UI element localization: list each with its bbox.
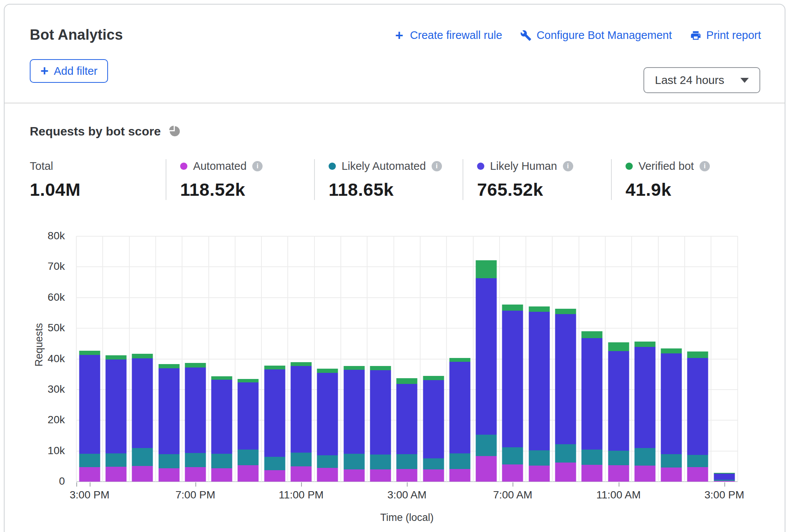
bar-segment-verified-bot[interactable] xyxy=(370,366,391,370)
bar-segment-likely-human[interactable] xyxy=(397,384,418,454)
bar-segment-verified-bot[interactable] xyxy=(343,366,364,370)
bar-segment-likely-automated[interactable] xyxy=(476,435,497,456)
bar-segment-likely-human[interactable] xyxy=(634,347,655,448)
bar-segment-automated[interactable] xyxy=(79,467,100,482)
bar-segment-likely-human[interactable] xyxy=(211,380,232,454)
bar-segment-likely-automated[interactable] xyxy=(264,457,285,470)
bar-segment-likely-human[interactable] xyxy=(158,368,179,454)
bar-segment-likely-automated[interactable] xyxy=(423,458,444,469)
bar-segment-verified-bot[interactable] xyxy=(608,342,629,351)
bar-segment-verified-bot[interactable] xyxy=(449,358,470,362)
bar-segment-likely-automated[interactable] xyxy=(555,444,576,463)
bar-segment-likely-human[interactable] xyxy=(343,370,364,454)
bar-segment-verified-bot[interactable] xyxy=(238,379,259,382)
bar-segment-likely-automated[interactable] xyxy=(211,454,232,468)
bar-segment-automated[interactable] xyxy=(105,467,126,482)
info-icon[interactable]: i xyxy=(563,161,573,171)
bar-segment-automated[interactable] xyxy=(423,469,444,482)
bar-segment-likely-automated[interactable] xyxy=(317,455,338,468)
bar-segment-likely-human[interactable] xyxy=(317,373,338,455)
bar-segment-verified-bot[interactable] xyxy=(529,306,550,312)
bar-segment-likely-automated[interactable] xyxy=(661,454,682,468)
bar-segment-likely-automated[interactable] xyxy=(132,448,153,466)
bar-segment-automated[interactable] xyxy=(238,465,259,482)
bar-segment-verified-bot[interactable] xyxy=(211,376,232,380)
bar-segment-verified-bot[interactable] xyxy=(185,363,206,368)
bar-segment-verified-bot[interactable] xyxy=(264,366,285,369)
bar-segment-likely-human[interactable] xyxy=(185,368,206,453)
bar-segment-verified-bot[interactable] xyxy=(397,378,418,384)
action-link-configure-bot-management[interactable]: Configure Bot Management xyxy=(520,29,672,42)
bar-segment-verified-bot[interactable] xyxy=(555,309,576,314)
time-range-select[interactable]: Last 24 hours xyxy=(643,67,760,93)
bar-segment-likely-human[interactable] xyxy=(582,338,603,450)
bar-segment-likely-automated[interactable] xyxy=(370,455,391,469)
bar-segment-automated[interactable] xyxy=(476,456,497,482)
bar-segment-verified-bot[interactable] xyxy=(317,369,338,373)
bar-segment-automated[interactable] xyxy=(449,469,470,482)
bar-segment-likely-automated[interactable] xyxy=(582,450,603,465)
info-icon[interactable]: i xyxy=(432,161,442,171)
bar-segment-verified-bot[interactable] xyxy=(582,331,603,338)
bar-segment-likely-human[interactable] xyxy=(502,311,523,447)
bar-segment-likely-automated[interactable] xyxy=(529,450,550,466)
bar-segment-likely-human[interactable] xyxy=(529,312,550,450)
bar-segment-likely-human[interactable] xyxy=(687,358,708,455)
bar-segment-likely-human[interactable] xyxy=(476,278,497,435)
bar-segment-likely-automated[interactable] xyxy=(608,451,629,465)
bar-segment-likely-automated[interactable] xyxy=(343,454,364,469)
action-link-create-firewall-rule[interactable]: +Create firewall rule xyxy=(393,29,502,42)
bar-segment-automated[interactable] xyxy=(687,467,708,482)
bar-segment-verified-bot[interactable] xyxy=(661,348,682,353)
bar-segment-likely-automated[interactable] xyxy=(105,453,126,467)
bar-segment-automated[interactable] xyxy=(608,465,629,482)
bar-segment-verified-bot[interactable] xyxy=(132,354,153,358)
bar-segment-likely-automated[interactable] xyxy=(238,450,259,465)
bar-segment-automated[interactable] xyxy=(634,466,655,482)
bar-segment-likely-automated[interactable] xyxy=(687,455,708,467)
bar-segment-verified-bot[interactable] xyxy=(423,376,444,380)
bar-segment-likely-automated[interactable] xyxy=(449,453,470,469)
bar-segment-automated[interactable] xyxy=(264,470,285,482)
bar-segment-likely-human[interactable] xyxy=(79,355,100,454)
bar-segment-automated[interactable] xyxy=(185,467,206,482)
action-link-print-report[interactable]: Print report xyxy=(690,29,761,42)
bar-segment-verified-bot[interactable] xyxy=(502,305,523,311)
bar-segment-automated[interactable] xyxy=(529,466,550,482)
bar-segment-likely-human[interactable] xyxy=(264,369,285,457)
bar-segment-likely-automated[interactable] xyxy=(291,453,312,466)
bar-segment-verified-bot[interactable] xyxy=(158,364,179,368)
bar-segment-automated[interactable] xyxy=(502,464,523,482)
bar-segment-likely-automated[interactable] xyxy=(634,448,655,466)
bar-segment-automated[interactable] xyxy=(158,468,179,482)
bar-segment-likely-human[interactable] xyxy=(423,380,444,458)
bar-segment-likely-human[interactable] xyxy=(105,360,126,453)
bar-segment-likely-human[interactable] xyxy=(714,474,735,480)
bar-segment-verified-bot[interactable] xyxy=(687,351,708,358)
bar-segment-likely-human[interactable] xyxy=(291,366,312,453)
bar-segment-likely-human[interactable] xyxy=(449,362,470,453)
info-icon[interactable]: i xyxy=(252,161,263,171)
bar-segment-likely-human[interactable] xyxy=(661,353,682,454)
bar-segment-automated[interactable] xyxy=(714,481,735,482)
bar-segment-likely-automated[interactable] xyxy=(79,454,100,467)
bar-segment-automated[interactable] xyxy=(555,463,576,482)
bar-segment-likely-human[interactable] xyxy=(555,314,576,444)
bar-segment-likely-automated[interactable] xyxy=(397,454,418,469)
bar-segment-likely-automated[interactable] xyxy=(158,454,179,468)
bar-segment-verified-bot[interactable] xyxy=(634,342,655,347)
bar-segment-verified-bot[interactable] xyxy=(291,362,312,366)
bar-segment-verified-bot[interactable] xyxy=(476,260,497,278)
add-filter-button[interactable]: + Add filter xyxy=(30,59,108,83)
bar-segment-likely-automated[interactable] xyxy=(185,453,206,467)
bar-segment-automated[interactable] xyxy=(317,468,338,482)
bar-segment-automated[interactable] xyxy=(661,468,682,482)
bar-segment-likely-human[interactable] xyxy=(370,370,391,455)
bar-segment-automated[interactable] xyxy=(291,466,312,482)
bar-segment-automated[interactable] xyxy=(132,466,153,482)
bar-segment-automated[interactable] xyxy=(343,469,364,482)
bar-segment-likely-human[interactable] xyxy=(238,382,259,450)
bar-segment-automated[interactable] xyxy=(370,469,391,482)
info-icon[interactable]: i xyxy=(700,161,710,171)
bar-segment-verified-bot[interactable] xyxy=(105,355,126,360)
